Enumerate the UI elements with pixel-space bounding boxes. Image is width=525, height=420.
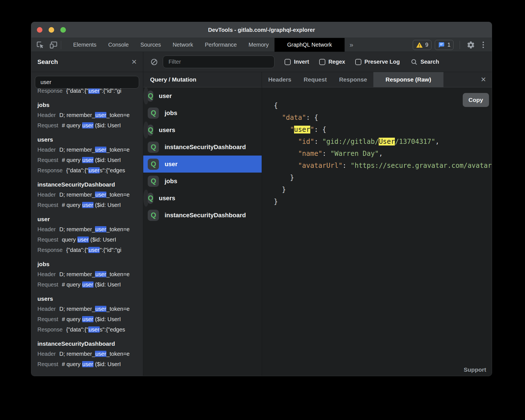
more-tabs-icon[interactable]: »	[345, 38, 358, 52]
search-result-row[interactable]: Request# query user ($id: UserI	[37, 359, 143, 369]
json-line: }	[274, 172, 492, 184]
tab-graphql-network[interactable]: GraphQL Network	[275, 38, 344, 52]
query-row-instancesecuritydashboard[interactable]: QinstanceSecurityDashboard	[143, 139, 262, 156]
issues-badge[interactable]: 1	[435, 40, 454, 50]
result-group-instancesecuritydashboard: instanceSecurityDashboard	[37, 180, 143, 190]
titlebar: DevTools - gitlab.com/-/graphql-explorer	[31, 22, 492, 38]
more-options-icon[interactable]	[479, 42, 487, 48]
query-row-jobs[interactable]: Qjobs	[143, 173, 262, 190]
close-detail-icon[interactable]: ✕	[481, 76, 486, 83]
tab-performance[interactable]: Performance	[199, 38, 243, 52]
query-row-label: instanceSecurityDashboard	[164, 144, 246, 151]
result-field-label: Header	[37, 271, 56, 277]
json-token: "data"	[282, 114, 306, 121]
checkbox-regex[interactable]: Regex	[319, 59, 345, 65]
search-input[interactable]	[35, 76, 139, 89]
json-token: ,	[379, 150, 383, 157]
query-row-user[interactable]: Quser	[143, 87, 149, 104]
json-token: "name"	[298, 150, 322, 157]
search-result-row[interactable]: Response{"data":{"user":{"id":"gi	[37, 245, 143, 255]
json-line: "user": {	[274, 124, 492, 136]
result-text: ":{"id":"gi	[100, 89, 121, 94]
tab-memory[interactable]: Memory	[243, 38, 275, 52]
checkbox-invert[interactable]: Invert	[285, 59, 309, 65]
result-field-label: Response	[37, 89, 63, 94]
match-highlight: user	[88, 247, 100, 253]
toolbar-separator	[61, 41, 61, 49]
query-row-jobs[interactable]: Qjobs	[143, 104, 262, 121]
search-result-row[interactable]: HeaderD; remember_user_token=e	[37, 349, 143, 359]
search-result-row[interactable]: HeaderD; remember_user_token=e	[37, 224, 143, 235]
checkbox-box[interactable]	[319, 59, 325, 65]
support-link[interactable]: Support	[464, 366, 486, 373]
checkbox-box[interactable]	[285, 59, 291, 65]
search-result-row[interactable]: Requestquery user ($id: UserI	[37, 235, 143, 245]
json-line: "data": {	[274, 112, 492, 124]
result-text: _token=e	[106, 226, 130, 232]
search-result-row[interactable]: Request# query user ($id: UserI	[37, 314, 143, 324]
result-text: _token=e	[106, 351, 130, 357]
filter-bar: InvertRegexPreserve Log Search	[143, 52, 492, 72]
result-text: ($id: UserI	[94, 281, 121, 288]
zoom-window-button[interactable]	[60, 27, 66, 33]
close-search-icon[interactable]: ✕	[131, 59, 137, 65]
result-text: ($id: UserI	[94, 157, 121, 163]
search-result-row[interactable]: HeaderD; remember_user_token=e	[37, 110, 143, 120]
result-text: D; remember_	[59, 112, 95, 118]
result-text: # query	[62, 281, 82, 288]
query-row-instancesecuritydashboard[interactable]: QinstanceSecurityDashboard	[143, 207, 262, 224]
result-text: D; remember_	[59, 271, 95, 277]
search-result-row[interactable]: Request# query user ($id: UserI	[37, 120, 143, 131]
search-result-row[interactable]: Request# query user ($id: UserI	[37, 155, 143, 165]
device-toolbar-icon[interactable]	[49, 40, 58, 50]
query-row-users[interactable]: Qusers	[143, 121, 149, 139]
tab-headers[interactable]: Headers	[262, 72, 297, 87]
close-window-button[interactable]	[37, 27, 42, 33]
minimize-window-button[interactable]	[49, 27, 54, 33]
result-text: # query	[62, 122, 82, 128]
inspect-element-icon[interactable]	[35, 40, 45, 50]
match-highlight: user	[95, 226, 106, 232]
tab-response-raw[interactable]: Response (Raw)	[373, 72, 443, 87]
json-token: "gid://gitlab/	[322, 138, 379, 145]
search-result-row[interactable]: Request# query user ($id: UserI	[37, 280, 143, 290]
search-result-row[interactable]: Response{"data":{"users":{"edges	[37, 165, 143, 176]
search-result-row[interactable]: Response{"data":{"users":{"edges	[37, 324, 143, 335]
tab-response[interactable]: Response	[333, 72, 373, 87]
result-field-label: Header	[37, 226, 56, 232]
tab-elements[interactable]: Elements	[67, 38, 102, 52]
result-text: ($id: UserI	[94, 316, 121, 322]
query-row-users[interactable]: Qusers	[143, 190, 149, 207]
search-result-row[interactable]: HeaderD; remember_user_token=e	[37, 269, 143, 280]
warnings-badge[interactable]: 9	[413, 40, 431, 50]
result-field-label: Request	[37, 122, 58, 128]
tab-console[interactable]: Console	[102, 38, 134, 52]
tab-network[interactable]: Network	[167, 38, 199, 52]
search-result-row[interactable]: Request# query user ($id: UserI	[37, 200, 143, 210]
result-field-label: Header	[37, 147, 56, 153]
match-highlight: user	[95, 306, 106, 312]
search-result-row[interactable]: HeaderD; remember_user_token=e	[37, 190, 143, 200]
clear-log-icon[interactable]	[149, 57, 159, 67]
checkbox-box[interactable]	[355, 59, 361, 65]
search-result-row[interactable]: Response{"data":{"user":{"id":"gi	[37, 89, 143, 96]
search-result-row[interactable]: HeaderD; remember_user_token=e	[37, 145, 143, 155]
result-text: query	[62, 237, 78, 243]
result-text: D; remember_	[59, 306, 95, 312]
filter-input[interactable]	[163, 56, 275, 68]
devtools-window: DevTools - gitlab.com/-/graphql-explorer…	[31, 22, 492, 376]
result-text: D; remember_	[59, 226, 95, 232]
search-panel: Search ✕ Response{"data":{"user":{"id":"…	[31, 52, 143, 376]
network-search-toggle[interactable]: Search	[411, 58, 439, 66]
checkbox-preserve-log[interactable]: Preserve Log	[355, 59, 400, 65]
json-token: "Warren Day"	[330, 150, 379, 157]
detail-tabs: HeadersRequestResponse Response (Raw)✕	[262, 72, 492, 87]
match-highlight: user	[82, 202, 94, 208]
settings-gear-icon[interactable]	[466, 40, 476, 50]
copy-button[interactable]: Copy	[463, 93, 489, 107]
tab-request[interactable]: Request	[297, 72, 333, 87]
query-row-user[interactable]: Quser	[143, 156, 262, 173]
tab-sources[interactable]: Sources	[135, 38, 167, 52]
search-result-row[interactable]: HeaderD; remember_user_token=e	[37, 304, 143, 314]
result-group-user: user	[37, 214, 143, 224]
